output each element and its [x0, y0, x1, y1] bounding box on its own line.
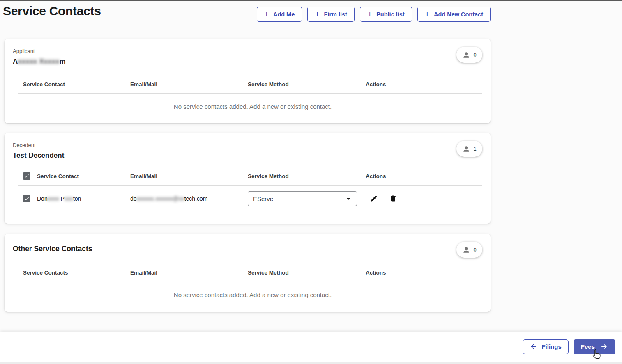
fees-label: Fees [581, 343, 595, 350]
plus-icon: + [425, 9, 430, 18]
decedent-card: 1 Decedent Test Decendent Service Contac… [5, 133, 491, 224]
contact-email: doxxxxxx.xxxxxx@xxtech.com [130, 195, 248, 202]
column-header-service-contact: Service Contact [23, 81, 130, 87]
column-header-actions: Actions [366, 270, 482, 276]
person-icon [462, 246, 470, 254]
fees-button[interactable]: Fees [574, 339, 615, 354]
filings-label: Filings [541, 343, 561, 350]
column-header-email: Email/Mail [130, 173, 248, 179]
delete-contact-button[interactable] [389, 195, 397, 203]
row-checkbox[interactable] [23, 195, 30, 202]
service-method-value: EServe [253, 195, 273, 202]
empty-state-text: No service contacts added. Add a new or … [23, 103, 482, 110]
toolbar: + Add Me + Firm list + Public list + Add… [257, 7, 491, 22]
contact-name: Donxxxx Pxxxton [37, 195, 81, 202]
other-contacts-card: 0 Other Service Contacts Service Contact… [5, 234, 491, 312]
person-icon [462, 145, 470, 153]
table-divider [18, 282, 482, 282]
decedent-name: Test Decendent [13, 151, 482, 160]
add-me-label: Add Me [273, 11, 295, 18]
service-contacts-page: { "page_title": "Service Contacts", "too… [0, 0, 622, 364]
add-new-contact-label: Add New Contact [434, 11, 483, 18]
plus-icon: + [264, 9, 269, 18]
pencil-icon [370, 195, 378, 203]
public-list-button[interactable]: + Public list [360, 7, 412, 22]
empty-state-text: No service contacts added. Add a new or … [23, 291, 482, 298]
contact-count-badge: 0 [456, 242, 482, 258]
page-header: Service Contacts + Add Me + Firm list + … [5, 1, 491, 39]
arrow-right-icon [600, 343, 608, 350]
applicant-contacts-table: Service Contact Email/Mail Service Metho… [23, 81, 482, 110]
contact-count: 0 [473, 247, 476, 253]
table-header-row: Service Contact Email/Mail Service Metho… [23, 81, 482, 93]
column-header-service-contacts: Service Contacts [23, 270, 130, 276]
applicant-role-label: Applicant [13, 48, 482, 54]
trash-icon [389, 195, 397, 203]
plus-icon: + [367, 9, 372, 18]
applicant-card: 0 Applicant Axxxxx Xxxxxm Service Contac… [5, 39, 491, 123]
footer-bar: Filings Fees [0, 332, 622, 362]
public-list-label: Public list [376, 11, 405, 18]
edit-contact-button[interactable] [370, 195, 378, 203]
table-header-row: Service Contacts Email/Mail Service Meth… [23, 270, 482, 282]
decedent-role-label: Decedent [13, 142, 482, 148]
arrow-left-icon [530, 343, 537, 350]
select-all-checkbox[interactable] [23, 172, 30, 180]
other-contacts-table: Service Contacts Email/Mail Service Meth… [23, 270, 482, 298]
contact-count: 1 [473, 146, 476, 152]
page-title: Service Contacts [3, 4, 101, 18]
service-method-select[interactable]: EServe [248, 191, 357, 206]
column-header-service-method: Service Method [248, 270, 366, 276]
add-new-contact-button[interactable]: + Add New Contact [417, 7, 491, 22]
column-header-service-contact: Service Contact [37, 173, 79, 179]
person-icon [462, 51, 470, 59]
bottom-strip [0, 362, 622, 364]
check-icon [24, 196, 30, 201]
column-header-service-method: Service Method [248, 81, 366, 87]
contact-count-badge: 1 [456, 141, 482, 157]
column-header-actions: Actions [366, 81, 482, 87]
decedent-contacts-table: Service Contact Email/Mail Service Metho… [23, 172, 482, 206]
contact-count-badge: 0 [456, 47, 482, 63]
column-header-email: Email/Mail [130, 270, 248, 276]
firm-list-button[interactable]: + Firm list [307, 7, 355, 22]
plus-icon: + [315, 9, 320, 18]
column-header-actions: Actions [366, 173, 482, 179]
applicant-name: Axxxxx Xxxxxm [13, 57, 482, 66]
column-header-email: Email/Mail [130, 81, 248, 87]
other-contacts-title: Other Service Contacts [13, 245, 482, 253]
chevron-down-icon [343, 194, 353, 204]
firm-list-label: Firm list [324, 11, 347, 18]
contact-count: 0 [473, 52, 476, 58]
table-header-row: Service Contact Email/Mail Service Metho… [23, 172, 482, 185]
check-icon [24, 173, 30, 179]
table-divider [18, 93, 482, 94]
add-me-button[interactable]: + Add Me [257, 7, 302, 22]
service-contact-row: Donxxxx Pxxxton doxxxxxx.xxxxxx@xxtech.c… [23, 186, 482, 206]
filings-button[interactable]: Filings [523, 339, 568, 354]
column-header-service-method: Service Method [248, 173, 366, 179]
